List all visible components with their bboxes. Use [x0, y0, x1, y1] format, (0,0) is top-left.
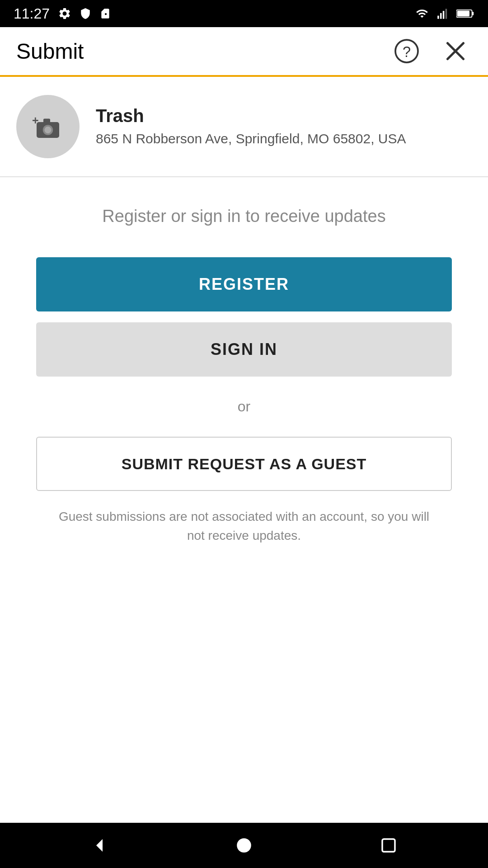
sim-icon: [99, 7, 111, 20]
help-button[interactable]: ?: [390, 35, 423, 67]
register-button[interactable]: REGISTER: [36, 257, 452, 311]
page-title: Submit: [16, 39, 84, 64]
recents-icon: [379, 836, 398, 855]
status-bar-right: [414, 7, 474, 20]
sign-in-button[interactable]: SIGN IN: [36, 322, 452, 377]
recents-button[interactable]: [366, 831, 412, 859]
svg-text:?: ?: [403, 44, 411, 60]
svg-rect-15: [43, 119, 50, 123]
svg-rect-6: [457, 11, 469, 17]
help-icon: ?: [393, 38, 420, 65]
main-content: Register or sign in to receive updates R…: [0, 177, 488, 823]
sign-in-label: SIGN IN: [211, 340, 277, 359]
svg-marker-16: [96, 839, 103, 852]
or-divider: or: [238, 398, 250, 415]
camera-icon: +: [32, 113, 64, 140]
issue-category: Trash: [96, 106, 472, 126]
svg-rect-18: [382, 839, 395, 852]
status-bar: 11:27: [0, 0, 488, 27]
svg-rect-1: [440, 13, 442, 19]
settings-icon: [58, 7, 71, 20]
home-icon: [235, 836, 253, 855]
issue-info: Trash 865 N Robberson Ave, Springfield, …: [96, 106, 472, 147]
bottom-nav: [0, 823, 488, 868]
signal-icon: [436, 7, 450, 20]
svg-rect-3: [446, 9, 447, 19]
guest-note: Guest submissions are not associated wit…: [50, 507, 438, 545]
home-button[interactable]: [221, 831, 267, 859]
svg-rect-5: [472, 12, 474, 15]
svg-point-14: [45, 127, 52, 133]
wifi-icon: [414, 7, 430, 20]
shield-icon: [80, 7, 91, 20]
issue-address: 865 N Robberson Ave, Springfield, MO 658…: [96, 130, 472, 147]
prompt-text: Register or sign in to receive updates: [102, 204, 385, 228]
close-button[interactable]: [439, 35, 472, 67]
battery-icon: [456, 8, 474, 19]
back-icon: [90, 836, 109, 855]
guest-button-label: SUBMIT REQUEST AS A GUEST: [122, 455, 367, 473]
svg-point-17: [237, 838, 251, 853]
add-photo-button[interactable]: +: [16, 95, 80, 158]
status-bar-left: 11:27: [14, 5, 111, 22]
status-time: 11:27: [14, 5, 50, 22]
register-label: REGISTER: [199, 275, 289, 294]
guest-submit-button[interactable]: SUBMIT REQUEST AS A GUEST: [36, 437, 452, 491]
issue-card: + Trash 865 N Robberson Ave, Springfield…: [0, 77, 488, 177]
close-icon: [442, 38, 469, 65]
svg-rect-0: [437, 16, 439, 19]
toolbar: Submit ?: [0, 27, 488, 77]
back-button[interactable]: [76, 831, 122, 859]
toolbar-actions: ?: [390, 35, 472, 67]
svg-rect-2: [443, 11, 445, 19]
